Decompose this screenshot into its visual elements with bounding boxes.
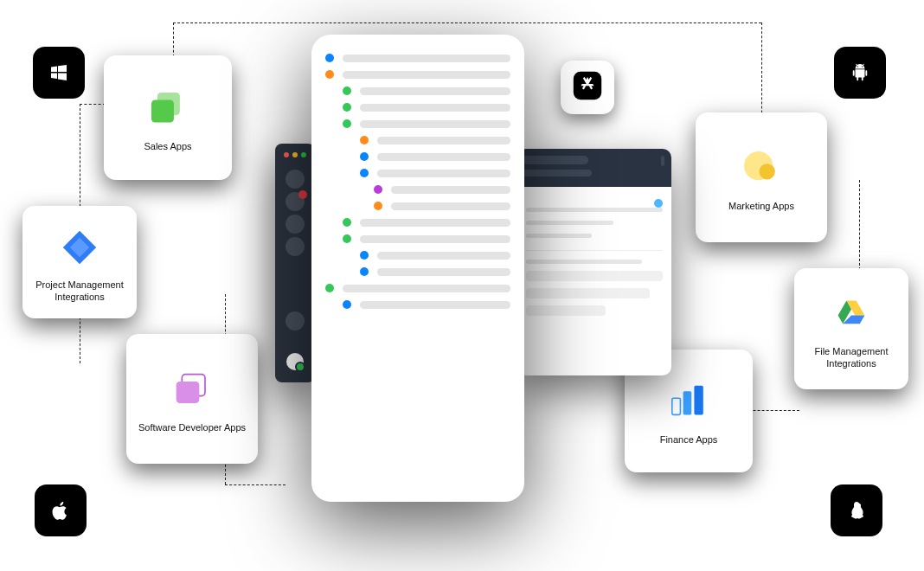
card-label: Marketing Apps (728, 200, 794, 212)
divider (526, 250, 663, 251)
connector (80, 104, 106, 105)
windows-icon (48, 61, 70, 84)
sidebar-item-notification (286, 192, 305, 211)
card-marketing[interactable]: Marketing Apps (696, 112, 827, 242)
placeholder-block (526, 305, 606, 316)
card-file-management[interactable]: File Management Integrations (794, 268, 908, 389)
placeholder-line (360, 87, 510, 95)
bullet-blue-icon (360, 152, 369, 161)
connector (225, 484, 286, 485)
placeholder-line (526, 260, 642, 264)
card-label: Software Developer Apps (138, 421, 246, 433)
svg-rect-8 (683, 391, 692, 414)
list-item (325, 284, 510, 292)
placeholder-line (526, 208, 663, 212)
list-item (325, 152, 510, 161)
app-store-icon (572, 70, 603, 105)
card-label: Project Management Integrations (31, 279, 128, 304)
list-item (325, 87, 510, 95)
list-item (325, 218, 510, 227)
linux-icon (845, 499, 868, 522)
list-item (325, 169, 510, 177)
placeholder-line (377, 137, 510, 144)
platform-apple-badge (35, 484, 87, 536)
placeholder-line (391, 202, 510, 210)
bullet-green-icon (343, 119, 351, 128)
placeholder-line (377, 252, 510, 260)
browser-tab-icon (523, 156, 588, 164)
platform-windows-badge (33, 47, 85, 99)
traffic-lights-icon (275, 152, 315, 157)
list-item (325, 54, 510, 62)
placeholder-line (526, 234, 592, 238)
integration-diagram: Sales Apps Project Management Integratio… (0, 0, 924, 571)
platform-linux-badge (831, 484, 882, 536)
placeholder-line (377, 153, 510, 161)
kebab-menu-icon (661, 156, 664, 166)
list-item (325, 119, 510, 128)
bullet-blue-icon (360, 267, 369, 276)
avatar-icon (286, 353, 304, 370)
chat-app-sidebar-mock (275, 144, 315, 382)
placeholder-line (360, 301, 510, 309)
finance-icon (661, 376, 716, 428)
card-label: Finance Apps (660, 433, 718, 446)
card-label: File Management Integrations (803, 345, 900, 370)
browser-chrome (517, 149, 671, 187)
card-project-management[interactable]: Project Management Integrations (22, 206, 137, 318)
sidebar-item (286, 311, 305, 330)
svg-rect-7 (672, 398, 681, 414)
connector (173, 22, 174, 57)
list-item (325, 70, 510, 79)
list-item (325, 202, 510, 210)
placeholder-line (360, 235, 510, 243)
drive-icon (824, 288, 879, 340)
bullet-green-icon (325, 284, 334, 292)
card-developer[interactable]: Software Developer Apps (126, 334, 258, 464)
svg-point-6 (760, 164, 775, 179)
placeholder-line (360, 104, 510, 112)
placeholder-line (526, 221, 613, 225)
sidebar-item (286, 170, 305, 189)
platform-android-badge (834, 47, 886, 99)
bullet-green-icon (343, 87, 351, 95)
svg-rect-9 (694, 386, 703, 415)
list-item (325, 136, 510, 144)
bullet-blue-icon (360, 251, 369, 260)
bullet-green-icon (343, 234, 351, 243)
placeholder-line (343, 71, 510, 79)
android-icon (849, 61, 871, 84)
placeholder-line (343, 285, 510, 292)
bullet-blue-icon (360, 169, 369, 177)
sales-icon (140, 83, 196, 135)
browser-body (517, 187, 671, 324)
apple-icon (49, 499, 72, 522)
bullet-blue-icon (343, 300, 351, 309)
card-sales[interactable]: Sales Apps (104, 55, 232, 180)
address-bar-icon (523, 170, 592, 176)
mobile-task-list (311, 35, 524, 502)
pm-icon (52, 221, 107, 273)
placeholder-line (360, 120, 510, 128)
dev-icon (164, 364, 220, 416)
placeholder-line (391, 186, 510, 194)
list-item (325, 300, 510, 309)
placeholder-block (526, 271, 663, 281)
placeholder-line (377, 170, 510, 177)
placeholder-line (343, 55, 510, 62)
bullet-orange-icon (374, 202, 382, 210)
list-item (325, 103, 510, 112)
list-item (325, 251, 510, 260)
card-label: Sales Apps (144, 140, 191, 152)
bullet-green-icon (343, 218, 351, 227)
connector (173, 22, 761, 23)
app-store-tile (561, 61, 614, 114)
svg-rect-2 (151, 99, 174, 122)
list-item (325, 267, 510, 276)
placeholder-block (526, 288, 650, 298)
list-item (325, 234, 510, 243)
bullet-blue-icon (325, 54, 334, 62)
placeholder-line (360, 219, 510, 227)
placeholder-line (377, 268, 510, 276)
bullet-orange-icon (325, 70, 334, 79)
